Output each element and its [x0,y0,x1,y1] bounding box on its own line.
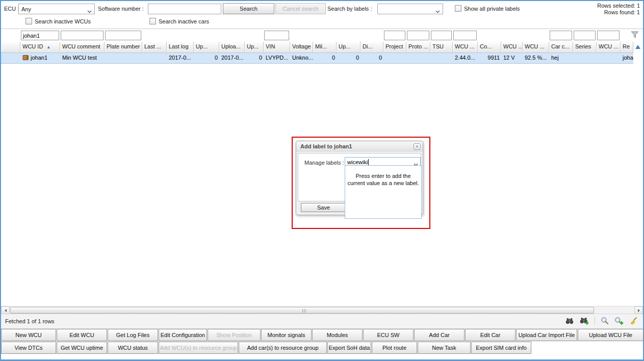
find-add-icon[interactable] [580,317,589,325]
column-header-re-24[interactable]: Re [621,42,633,53]
column-header-series-22[interactable]: Series [573,42,597,53]
action-button-edit-car[interactable]: Edit Car [465,329,516,341]
column-filter-input-project[interactable] [384,31,405,40]
column-filter-input-series[interactable] [574,31,596,40]
save-button[interactable]: Save [301,203,346,212]
column-header-plate-number-3[interactable]: Plate number [105,42,142,53]
column-filter-input-tsu[interactable] [431,31,452,40]
column-header-label: Voltage [292,43,311,49]
column-header-label: Co... [480,43,492,49]
scroll-left-button[interactable] [1,306,10,314]
wcu-management-window: ECU : Any Software number : Search Cance… [0,0,644,361]
search-inactive-cars-checkbox[interactable] [149,18,156,24]
action-button-upload-car-import-file[interactable]: Upload Car Import File [516,329,577,341]
column-header-wcu-comment-2[interactable]: WCU comment [60,42,105,53]
column-header-di-13[interactable]: Di... [360,42,383,53]
show-all-private-labels-checkbox[interactable] [455,5,461,12]
zoom-icon[interactable] [601,317,609,325]
scroll-right-button[interactable] [634,306,643,314]
action-button-ecu-sw[interactable]: ECU SW [363,329,414,341]
software-number-input[interactable] [148,4,221,14]
filter-cell-car-c [549,30,573,42]
column-filter-input-wcu[interactable] [597,31,620,40]
column-header-voltage-10[interactable]: Voltage [290,42,313,53]
search-by-labels-select[interactable] [377,4,443,14]
search-inactive-wcus-checkbox[interactable] [25,18,32,24]
action-button-get-log-files[interactable]: Get Log Files [108,329,158,341]
column-header-wcu-23[interactable]: WCU ... [597,42,621,53]
scrollbar-thumb[interactable] [10,307,594,314]
column-header-mil-11[interactable]: Mil... [313,42,337,53]
column-header-last-log-5[interactable]: Last log [167,42,194,53]
horizontal-scrollbar[interactable] [1,306,643,314]
column-header-label: Car c... [551,43,569,49]
filter-funnel-icon[interactable] [631,31,639,39]
column-header-vin-9[interactable]: VIN [264,42,290,53]
find-icon[interactable] [565,317,574,325]
column-header-label: Up... [196,43,208,49]
column-header-proto-15[interactable]: Proto ... [406,42,430,53]
cell-value: 0 [259,55,262,61]
action-button-get-wcu-uptime[interactable]: Get WCU uptime [57,342,107,354]
search-button[interactable]: Search [223,3,274,14]
column-header-label: Proto ... [408,43,428,49]
column-header-label: Project [385,43,403,49]
cell-value: 2017-0... [221,55,243,61]
column-filter-input-wcu-id[interactable] [21,31,59,40]
column-header-wcu-19[interactable]: WCU ... [501,42,523,53]
table-cell-vin-9: LVYPD... [264,53,290,63]
action-button-export-soh-data[interactable]: Export SoH data [327,342,371,354]
column-header-wcu-20[interactable]: WCU ... [523,42,549,53]
action-button-modules[interactable]: Modules [312,329,363,341]
column-filter-input-proto[interactable] [407,31,429,40]
table-cell-last-log-5: 2017-0... [167,53,194,63]
action-button-add-car[interactable]: Add Car [414,329,465,341]
table-cell-wcu-23 [597,53,621,63]
action-button-export-sim-card-info[interactable]: Export SIM card info [471,342,531,354]
label-dropdown-panel: Press enter to add the current value as … [345,165,422,219]
scroll-up-arrow[interactable] [635,45,640,49]
column-filter-input-wcu-comment[interactable] [61,31,104,40]
column-header-tsu-16[interactable]: TSU [430,42,453,53]
column-filter-input-vin[interactable] [264,31,289,40]
column-header-wcu-17[interactable]: WCU ... [453,42,478,53]
column-header-label: Plate number [107,43,140,49]
cell-value: Min WCU test [62,55,97,61]
clear-broom-icon[interactable] [629,317,638,325]
cell-value: 2017-0... [169,55,191,61]
status-bar: Fetched 1 of 1 rows [1,314,643,329]
column-header-label: Di... [363,43,373,49]
action-button-new-wcu[interactable]: New WCU [1,329,56,341]
column-header-project-14[interactable]: Project [383,42,406,53]
action-button-plot-route[interactable]: Plot route [372,342,417,354]
column-header-wcu-id-1[interactable]: WCU ID▲ [20,42,60,53]
column-filter-input-car-c[interactable] [550,31,572,40]
zoom-add-icon[interactable] [614,317,624,325]
column-header-uploa-7[interactable]: Uploa... [219,42,245,53]
ecu-select[interactable]: Any [18,4,95,14]
filter-cell-wcu [523,30,549,42]
column-header-up-6[interactable]: Up... [194,42,219,53]
action-button-wcu-status[interactable]: WCU status [108,342,158,354]
column-header-co-18[interactable]: Co... [478,42,501,53]
column-header-car-c-21[interactable]: Car c... [549,42,573,53]
action-button-view-dtcs[interactable]: View DTCs [1,342,56,354]
filter-cell-voltage [290,30,313,42]
filter-cell-plate-number [105,30,142,42]
action-row-2: View DTCsGet WCU uptimeWCU statusAdd WCU… [1,342,643,354]
action-button-monitor-signals[interactable]: Monitor signals [261,329,312,341]
dialog-close-button[interactable]: × [414,143,421,150]
table-row[interactable]: johan1Min WCU test2017-0...02017-0...0LV… [1,53,633,64]
action-button-edit-configuration[interactable]: Edit Configuration [159,329,207,341]
column-header-up-8[interactable]: Up... [245,42,264,53]
column-filter-input-wcu[interactable] [453,31,477,40]
column-filter-input-plate-number[interactable] [105,31,141,40]
cancel-search-button: Cancel search [275,3,326,14]
action-button-edit-wcu[interactable]: Edit WCU [57,329,107,341]
column-header-last-4[interactable]: Last ... [142,42,167,53]
action-button-new-task[interactable]: New Task [418,342,471,354]
column-header-up-12[interactable]: Up... [337,42,360,53]
action-button-upload-wcu-file[interactable]: Upload WCU File [578,329,643,341]
action-button-add-car-s-to-resource-group[interactable]: Add car(s) to resource group [239,342,327,354]
table-cell-wcu-id-1: johan1 [20,53,60,63]
